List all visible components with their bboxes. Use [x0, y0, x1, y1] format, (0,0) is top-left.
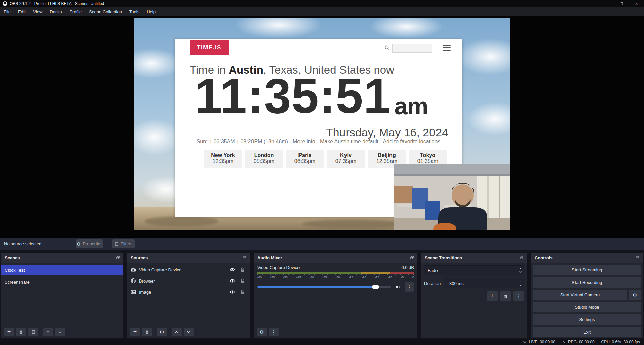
visibility-eye-icon[interactable]: [230, 267, 235, 272]
camera-icon: [131, 267, 136, 272]
remove-scene-button[interactable]: [16, 328, 26, 336]
scenes-panel: Scenes Clock Test Screenshare +: [1, 253, 123, 338]
broadcast-off-icon: [522, 340, 526, 344]
search-input[interactable]: [392, 44, 432, 53]
restore-button[interactable]: [614, 0, 629, 7]
live-status: LIVE: 00:00:00: [522, 340, 555, 344]
transition-select[interactable]: Fade: [424, 265, 524, 275]
start-recording-button[interactable]: Start Recording: [533, 277, 641, 288]
plus-icon: +: [133, 329, 137, 335]
close-button[interactable]: ×: [629, 0, 644, 7]
properties-button[interactable]: ⚙ Properties: [76, 239, 103, 248]
source-item-video-capture[interactable]: Video Capture Device: [127, 265, 250, 275]
popout-icon[interactable]: [116, 256, 120, 260]
move-source-up-button[interactable]: [172, 328, 182, 336]
hamburger-menu-icon[interactable]: [443, 45, 451, 51]
volume-meter: -60-55-50-45-40-35-30-25-20-15-10-50: [257, 272, 414, 279]
virtual-camera-settings-button[interactable]: ⚙: [629, 290, 641, 300]
webcam-overlay[interactable]: [394, 164, 510, 230]
duration-spinbox[interactable]: 300 ms: [445, 278, 524, 288]
move-scene-down-button[interactable]: [55, 328, 65, 336]
volume-slider[interactable]: [257, 285, 391, 289]
trash-icon: [504, 294, 508, 298]
studio-mode-button[interactable]: Studio Mode: [533, 302, 641, 312]
filter-icon: [31, 330, 35, 334]
plus-icon: +: [490, 293, 494, 299]
timeis-logo[interactable]: TIME.IS: [190, 40, 229, 55]
remove-source-button[interactable]: [142, 328, 152, 336]
mixer-menu-button[interactable]: ⋮: [269, 328, 279, 336]
city-card[interactable]: Kyiv07:35pm: [327, 150, 365, 168]
scene-item-clock-test[interactable]: Clock Test: [1, 265, 123, 275]
lock-icon[interactable]: [240, 289, 245, 295]
lock-icon[interactable]: [240, 267, 245, 272]
chevron-down-icon[interactable]: [519, 284, 522, 287]
scene-preview[interactable]: TIME.IS Time in Austin, Texas, United St…: [134, 18, 510, 230]
popout-icon[interactable]: [635, 256, 639, 260]
add-scene-button[interactable]: +: [4, 328, 14, 336]
popout-icon[interactable]: [410, 256, 414, 260]
image-icon: [131, 289, 136, 295]
source-item-image[interactable]: Image: [127, 287, 250, 297]
plus-icon: +: [7, 329, 11, 335]
menu-file[interactable]: File: [0, 7, 14, 16]
source-properties-button[interactable]: ⚙: [157, 328, 167, 336]
advanced-audio-button[interactable]: ⚙: [257, 328, 267, 336]
record-off-icon: [562, 340, 566, 344]
visibility-eye-icon[interactable]: [230, 289, 235, 295]
move-source-down-button[interactable]: [184, 328, 194, 336]
cloud: [134, 48, 181, 79]
filters-button[interactable]: Filters: [112, 239, 135, 248]
more-info-link[interactable]: More info: [293, 139, 315, 144]
minimize-button[interactable]: –: [599, 0, 614, 7]
lock-icon[interactable]: [240, 278, 245, 284]
chevron-up-icon[interactable]: [519, 280, 522, 283]
add-favorite-link[interactable]: Add to favorite locations: [383, 139, 441, 144]
title-bar: OBS 29.1.2 - Profile: LLHLS BETA - Scene…: [0, 0, 644, 7]
mixer-toolbar: ⚙ ⋮: [254, 326, 417, 338]
preview-canvas[interactable]: TIME.IS Time in Austin, Texas, United St…: [0, 16, 644, 238]
transition-menu-button[interactable]: ⋮: [513, 291, 524, 301]
chevron-down-icon: [519, 270, 522, 273]
search-icon: [384, 45, 390, 50]
speaker-icon[interactable]: [395, 284, 401, 290]
city-card[interactable]: New York12:35pm: [204, 150, 242, 168]
menu-edit[interactable]: Edit: [14, 7, 29, 16]
menu-tools[interactable]: Tools: [126, 7, 143, 16]
menu-help[interactable]: Help: [143, 7, 159, 16]
make-default-link[interactable]: Make Austin time default: [320, 139, 378, 144]
big-clock: 11:35:51 am: [195, 72, 428, 121]
menu-docks[interactable]: Docks: [46, 7, 65, 16]
source-item-browser[interactable]: Browser: [127, 276, 250, 286]
city-card[interactable]: Paris06:35pm: [286, 150, 324, 168]
rec-status: REC: 00:00:00: [562, 340, 595, 344]
chevron-up-icon: [46, 330, 50, 334]
popout-icon[interactable]: [242, 256, 246, 260]
menu-scene-collection[interactable]: Scene Collection: [85, 7, 126, 16]
remove-transition-button[interactable]: [500, 291, 511, 301]
visibility-eye-icon[interactable]: [230, 278, 235, 284]
popout-icon[interactable]: [520, 256, 524, 260]
exit-button[interactable]: Exit: [533, 327, 641, 337]
controls-panel: Controls Start Streaming Start Recording…: [531, 253, 643, 338]
add-transition-button[interactable]: +: [487, 291, 498, 301]
scene-filters-button[interactable]: [28, 328, 38, 336]
start-streaming-button[interactable]: Start Streaming: [533, 265, 641, 275]
mixer-channel-menu-button[interactable]: ⋮: [405, 282, 414, 292]
scene-item-screenshare[interactable]: Screenshare: [1, 277, 123, 287]
trash-icon: [145, 330, 149, 334]
add-source-button[interactable]: +: [130, 328, 140, 336]
move-scene-up-button[interactable]: [43, 328, 53, 336]
kebab-icon: ⋮: [516, 294, 521, 299]
menu-profile[interactable]: Profile: [65, 7, 85, 16]
dock-area: Scenes Clock Test Screenshare + Sources: [0, 250, 644, 339]
menu-view[interactable]: View: [29, 7, 46, 16]
chevron-up-icon: [519, 267, 522, 270]
start-virtual-camera-button[interactable]: Start Virtual Camera: [533, 290, 627, 300]
sources-title: Sources: [131, 255, 148, 260]
restore-icon: [619, 2, 624, 6]
settings-button[interactable]: Settings: [533, 314, 641, 325]
city-card[interactable]: London05:35pm: [245, 150, 283, 168]
volume-slider-handle[interactable]: [372, 285, 379, 289]
transition-selected-value: Fade: [424, 268, 517, 273]
